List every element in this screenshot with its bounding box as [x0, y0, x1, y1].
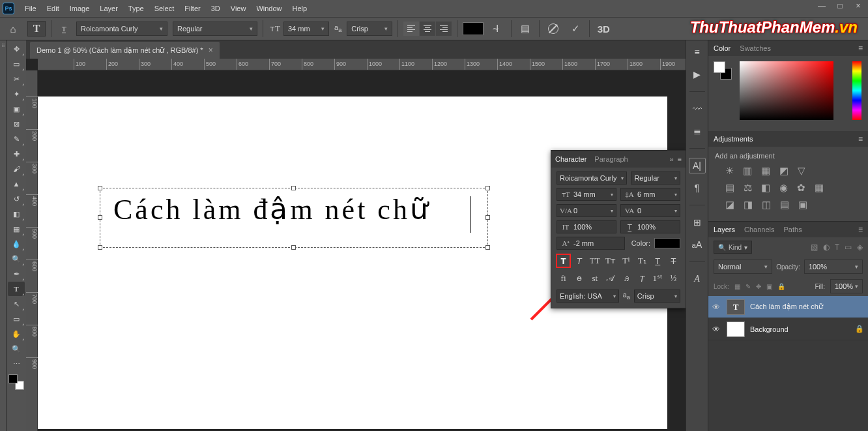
type-tool-icon[interactable]: T	[8, 282, 25, 296]
hand-tool-icon[interactable]: ✋	[8, 327, 25, 341]
color-gradient[interactable]	[740, 61, 833, 120]
faux-italic-button[interactable]: T	[572, 254, 586, 267]
stylistic-alt-button[interactable]: ꭿ	[620, 272, 633, 285]
font-size-dropdown[interactable]: 34 mm▾	[283, 22, 329, 36]
filter-type-icon[interactable]: T	[835, 243, 839, 252]
photo-filter-icon[interactable]: ◉	[779, 182, 788, 194]
curves-icon[interactable]: ▦	[761, 165, 770, 177]
threshold-icon[interactable]: ◫	[762, 199, 771, 211]
layer-row[interactable]: 👁 T Cách làm đậm nét chữ	[708, 296, 868, 318]
character-dock-icon[interactable]: A|	[689, 158, 706, 173]
menu-3d[interactable]: 3D	[206, 2, 225, 15]
subscript-button[interactable]: T₁	[635, 254, 649, 267]
lock-all-icon[interactable]: 🔒	[777, 283, 785, 290]
lock-paint-icon[interactable]: ✎	[745, 283, 751, 290]
char-vscale[interactable]: IT100%	[557, 220, 616, 233]
menu-image[interactable]: Image	[65, 2, 95, 15]
gradient-map-icon[interactable]: ▤	[780, 199, 789, 211]
fractions-button[interactable]: ½	[667, 272, 680, 285]
layer-name[interactable]: Background	[750, 325, 788, 333]
brightness-icon[interactable]: ☀	[725, 165, 734, 177]
char-font-style[interactable]: Regular▾	[631, 171, 680, 185]
char-antialias[interactable]: Crisp▾	[634, 290, 680, 303]
frame-tool-icon[interactable]: ⊠	[8, 117, 25, 131]
brush-tool-icon[interactable]: 🖌	[8, 162, 25, 176]
visibility-icon[interactable]: 👁	[712, 303, 721, 312]
text-bounding-box[interactable]: Cách làm đậm nét chữ	[100, 188, 488, 248]
posterize-icon[interactable]: ◨	[744, 199, 753, 211]
close-tab-icon[interactable]: ×	[209, 46, 213, 55]
color-picker[interactable]	[8, 374, 24, 390]
lasso-tool-icon[interactable]: ✂	[8, 72, 25, 86]
hue-bar[interactable]	[852, 61, 861, 120]
actions-panel-icon[interactable]: ▶	[689, 67, 706, 82]
crop-tool-icon[interactable]: ▣	[8, 102, 25, 116]
antialias-dropdown[interactable]: Crisp▾	[347, 22, 392, 36]
fgbg-mini[interactable]	[714, 61, 732, 80]
char-language[interactable]: English: USA▾	[557, 290, 619, 303]
balance-icon[interactable]: ⚖	[744, 182, 752, 194]
menu-filter[interactable]: Filter	[179, 2, 205, 15]
lock-artboard-icon[interactable]: ▣	[766, 283, 772, 290]
handle-top-left[interactable]	[98, 186, 102, 190]
layer-row[interactable]: 👁 Background 🔒	[708, 318, 868, 340]
maximize-button[interactable]: □	[834, 1, 846, 10]
history-panel-icon[interactable]: ≡	[689, 44, 706, 60]
font-family-dropdown[interactable]: Roicamonta Curly▾	[76, 22, 167, 36]
ligatures-button[interactable]: fi	[557, 272, 570, 285]
filter-pixel-icon[interactable]: ▧	[811, 243, 818, 252]
layers-panel-menu-icon[interactable]: ≡	[858, 225, 863, 234]
eyedropper-tool-icon[interactable]: ✎	[8, 132, 25, 146]
lookup-icon[interactable]: ▦	[815, 182, 824, 194]
allcaps-button[interactable]: TT	[588, 254, 601, 267]
contextual-alt-button[interactable]: ɵ	[572, 272, 586, 285]
char-color-swatch[interactable]	[654, 238, 680, 248]
tab-character[interactable]: Character	[555, 155, 586, 163]
tab-color[interactable]: Color	[714, 44, 731, 52]
document-tab[interactable]: Demo 1 @ 50% (Cách làm đậm nét chữ , RGB…	[30, 42, 220, 59]
layer-filter-kind[interactable]: 🔍 Kind ▾	[714, 241, 752, 254]
dodge-tool-icon[interactable]: 🔍	[8, 252, 25, 266]
char-hscale[interactable]: T̲100%	[620, 220, 680, 233]
handle-top-mid[interactable]	[291, 186, 296, 190]
menu-help[interactable]: Help	[287, 2, 313, 15]
char-styles-icon[interactable]: aA	[689, 237, 706, 252]
align-right-button[interactable]	[436, 22, 452, 36]
char-baseline[interactable]: Aª-2 mm	[557, 237, 625, 250]
tab-paths[interactable]: Paths	[784, 226, 802, 233]
path-select-icon[interactable]: ↖	[8, 297, 25, 311]
handle-top-right[interactable]	[485, 186, 490, 190]
lock-pixels-icon[interactable]: ▦	[734, 283, 740, 290]
layer-name[interactable]: Cách làm đậm nét chữ	[750, 303, 823, 311]
history-brush-icon[interactable]: ↺	[8, 192, 25, 206]
tool-preset[interactable]: T	[27, 21, 46, 37]
text-color-swatch[interactable]	[463, 22, 484, 35]
align-left-button[interactable]	[403, 22, 419, 36]
hue-icon[interactable]: ▤	[725, 182, 734, 194]
tab-paragraph[interactable]: Paragraph	[594, 155, 628, 163]
char-font-family[interactable]: Roicamonta Curly▾	[557, 171, 627, 185]
handle-bot-right[interactable]	[485, 245, 490, 250]
menu-view[interactable]: View	[225, 2, 252, 15]
glyphs-dock-icon[interactable]: ⊞	[689, 215, 706, 230]
pen-tool-icon[interactable]: ✒	[8, 267, 25, 281]
ordinals-button[interactable]: 1ˢᵗ	[651, 272, 665, 285]
char-size[interactable]: ᴛT34 mm▾	[557, 188, 616, 201]
filter-shape-icon[interactable]: ▭	[845, 243, 852, 252]
minimize-button[interactable]: —	[816, 1, 828, 10]
blur-tool-icon[interactable]: 💧	[8, 237, 25, 251]
para-styles-icon[interactable]: A	[689, 271, 706, 287]
align-center-button[interactable]	[420, 22, 435, 36]
tab-adjustments[interactable]: Adjustments	[714, 135, 753, 143]
char-tracking[interactable]: VA0▾	[620, 204, 680, 217]
char-leading[interactable]: ‡A6 mm▾	[620, 188, 680, 201]
cancel-icon[interactable]	[545, 21, 562, 37]
paragraph-dock-icon[interactable]: ¶	[689, 180, 706, 196]
move-tool-icon[interactable]: ✥	[8, 42, 25, 56]
adj-panel-menu-icon[interactable]: ≡	[858, 134, 863, 143]
lock-position-icon[interactable]: ✥	[756, 283, 761, 290]
character-panel[interactable]: Character Paragraph » ≡ Roicamonta Curly…	[551, 150, 686, 308]
canvas-text[interactable]: Cách làm đậm nét chữ	[100, 188, 487, 230]
collapse-icon[interactable]: »	[669, 155, 673, 163]
filter-smart-icon[interactable]: ◈	[857, 243, 863, 252]
